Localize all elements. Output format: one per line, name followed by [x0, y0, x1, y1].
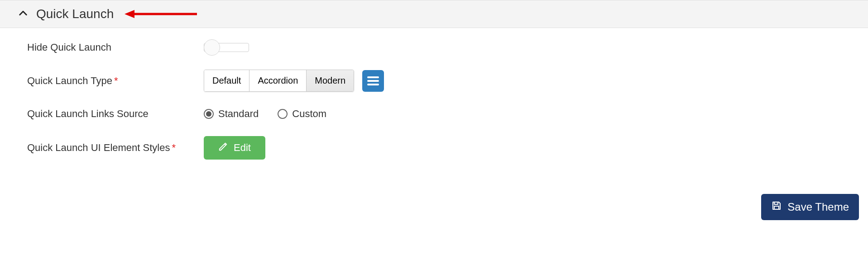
radio-custom[interactable]: Custom	[278, 108, 326, 120]
row-ui-element-styles: Quick Launch UI Element Styles* Edit	[27, 136, 841, 160]
row-quick-launch-type: Quick Launch Type* Default Accordion Mod…	[27, 70, 841, 92]
radio-icon	[278, 109, 288, 119]
chevron-up-icon	[18, 8, 28, 20]
svg-marker-1	[125, 10, 134, 18]
save-icon	[771, 200, 782, 214]
form-area: Hide Quick Launch Quick Launch Type* Def…	[0, 28, 868, 194]
save-theme-label: Save Theme	[787, 201, 849, 213]
row-hide-quick-launch: Hide Quick Launch	[27, 42, 841, 53]
hamburger-icon	[367, 76, 379, 85]
quick-launch-type-group: Default Accordion Modern	[204, 70, 354, 92]
label-ui-element-styles: Quick Launch UI Element Styles*	[27, 142, 204, 154]
label-quick-launch-type: Quick Launch Type*	[27, 75, 204, 87]
save-bar: Save Theme	[0, 194, 868, 229]
section-title: Quick Launch	[36, 7, 114, 21]
radio-custom-label: Custom	[292, 108, 326, 120]
type-option-accordion[interactable]: Accordion	[249, 70, 307, 91]
row-links-source: Quick Launch Links Source Standard Custo…	[27, 108, 841, 120]
type-option-modern[interactable]: Modern	[307, 70, 354, 91]
save-theme-button[interactable]: Save Theme	[761, 194, 859, 220]
edit-button-label: Edit	[234, 142, 251, 154]
radio-standard-label: Standard	[218, 108, 259, 120]
type-option-default[interactable]: Default	[204, 70, 249, 91]
pencil-icon	[218, 141, 228, 154]
edit-button[interactable]: Edit	[204, 136, 265, 160]
annotation-arrow-icon	[125, 7, 197, 21]
label-quick-launch-type-text: Quick Launch Type	[27, 75, 112, 86]
required-marker: *	[114, 75, 118, 86]
toggle-knob	[204, 39, 220, 56]
toggle-hide-quick-launch[interactable]	[204, 43, 249, 52]
label-hide-quick-launch: Hide Quick Launch	[27, 42, 204, 53]
radio-icon	[204, 109, 214, 119]
section-header[interactable]: Quick Launch	[0, 0, 868, 28]
label-links-source: Quick Launch Links Source	[27, 108, 204, 120]
quick-launch-type-menu-button[interactable]	[362, 70, 384, 92]
radio-standard[interactable]: Standard	[204, 108, 259, 120]
label-ui-element-styles-text: Quick Launch UI Element Styles	[27, 142, 170, 153]
required-marker: *	[172, 142, 176, 153]
